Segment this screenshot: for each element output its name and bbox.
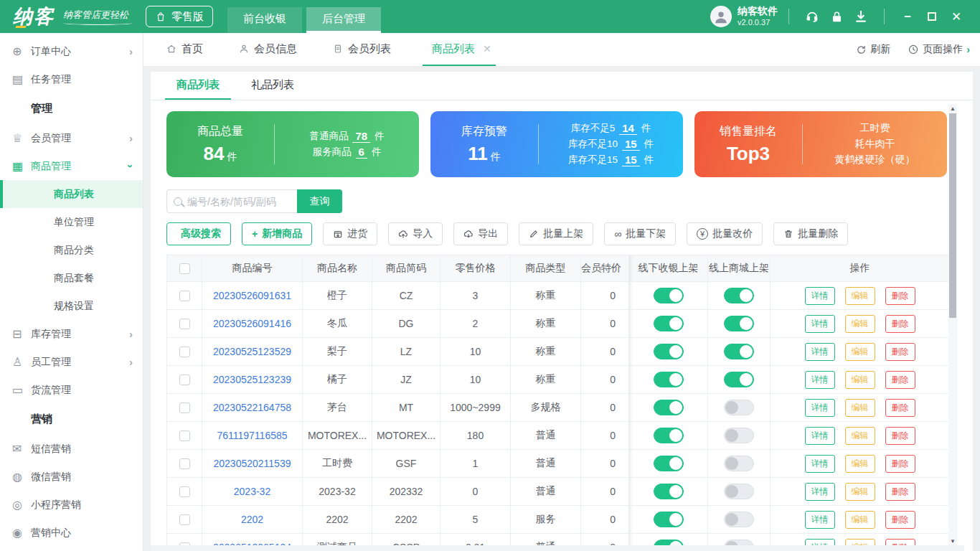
row-checkbox[interactable]	[179, 430, 190, 441]
sidebar-item[interactable]: 数据	[0, 547, 143, 551]
detail-button[interactable]: 详情	[805, 455, 835, 473]
download-icon[interactable]	[849, 9, 873, 24]
toolbar-button[interactable]: 导入	[388, 222, 443, 245]
vertical-scrollbar[interactable]	[948, 104, 957, 545]
sidebar-item[interactable]: ◎ 小程序营销	[0, 491, 143, 519]
mall-listed-toggle[interactable]	[724, 400, 754, 415]
edit-button[interactable]: 编辑	[845, 399, 875, 417]
pos-listed-toggle[interactable]	[654, 316, 684, 331]
product-code-link[interactable]: 2023-32	[202, 478, 303, 505]
sidebar-item[interactable]: ⊟ 库存管理	[0, 320, 143, 348]
row-checkbox[interactable]	[179, 347, 190, 357]
pos-listed-toggle[interactable]	[654, 456, 684, 471]
pos-listed-toggle[interactable]	[654, 344, 684, 359]
mall-listed-toggle[interactable]	[724, 512, 754, 527]
edit-button[interactable]: 编辑	[845, 315, 875, 333]
detail-button[interactable]: 详情	[805, 315, 835, 333]
mall-listed-toggle[interactable]	[724, 316, 754, 331]
page-tab[interactable]: 会员信息	[235, 33, 301, 66]
sidebar-item[interactable]: ⊕ 订单中心	[0, 37, 143, 65]
card-detail-value[interactable]: 6	[356, 146, 367, 159]
page-tab[interactable]: 首页	[162, 33, 207, 66]
lock-icon[interactable]	[824, 10, 849, 24]
sidebar-item[interactable]: 管理	[0, 93, 143, 124]
select-all-checkbox[interactable]	[179, 263, 190, 274]
delete-button[interactable]: 删除	[885, 483, 915, 501]
header-nav-tab[interactable]: 前台收银	[227, 7, 302, 33]
row-checkbox[interactable]	[179, 514, 190, 525]
row-checkbox[interactable]	[179, 319, 190, 329]
mall-listed-toggle[interactable]	[724, 372, 754, 387]
toolbar-button[interactable]: ∞ 批量下架	[604, 222, 676, 245]
card-detail-value[interactable]: 15	[622, 154, 640, 166]
row-checkbox[interactable]	[179, 402, 190, 413]
sidebar-item[interactable]: ▦ 商品管理	[0, 152, 143, 180]
toolbar-button[interactable]: 导出	[453, 222, 508, 245]
search-input[interactable]	[187, 196, 291, 207]
detail-button[interactable]: 详情	[805, 427, 835, 445]
product-code-link[interactable]: 20230526091416	[202, 310, 303, 337]
sidebar-item[interactable]: ✉ 短信营销	[0, 435, 143, 463]
page-tab[interactable]: 会员列表	[329, 33, 395, 66]
sidebar-item[interactable]: 商品列表	[0, 180, 143, 208]
delete-button[interactable]: 删除	[885, 343, 915, 361]
product-code-link[interactable]: 20230525123239	[202, 366, 303, 393]
delete-button[interactable]: 删除	[885, 315, 915, 333]
delete-button[interactable]: 删除	[885, 511, 915, 529]
edit-button[interactable]: 编辑	[845, 483, 875, 501]
list-subtab[interactable]: 商品列表	[165, 72, 231, 100]
customer-service-icon[interactable]	[800, 9, 824, 24]
delete-button[interactable]: 删除	[885, 371, 915, 389]
horizontal-scrollbar[interactable]	[151, 545, 964, 551]
detail-button[interactable]: 详情	[805, 483, 835, 501]
sidebar-item[interactable]: ♙ 员工管理	[0, 348, 143, 376]
detail-button[interactable]: 详情	[805, 371, 835, 389]
row-checkbox[interactable]	[179, 375, 190, 385]
toolbar-button[interactable]: 批量删除	[773, 222, 848, 245]
maximize-button[interactable]	[920, 12, 944, 21]
mall-listed-toggle[interactable]	[724, 288, 754, 303]
avatar[interactable]	[710, 6, 732, 27]
sidebar-item[interactable]: 商品分类	[0, 236, 143, 264]
edit-button[interactable]: 编辑	[845, 287, 875, 305]
card-detail-value[interactable]: 15	[622, 138, 640, 151]
scroll-up-arrow[interactable]	[948, 104, 957, 113]
sidebar-item[interactable]: 规格设置	[0, 292, 143, 320]
close-button[interactable]	[944, 9, 969, 24]
mall-listed-toggle[interactable]	[724, 456, 754, 471]
minimize-button[interactable]	[895, 9, 920, 24]
search-button[interactable]: 查询	[297, 189, 342, 213]
product-code-link[interactable]: 7611197116585	[202, 422, 303, 449]
delete-button[interactable]: 删除	[885, 455, 915, 473]
toolbar-button[interactable]: + 新增商品	[242, 222, 312, 245]
pos-listed-toggle[interactable]	[654, 512, 684, 527]
product-code-link[interactable]: 2202	[202, 506, 303, 533]
sidebar-item[interactable]: ◉ 营销中心	[0, 519, 143, 547]
edit-button[interactable]: 编辑	[845, 455, 875, 473]
detail-button[interactable]: 详情	[805, 511, 835, 529]
delete-button[interactable]: 删除	[885, 427, 915, 445]
pos-listed-toggle[interactable]	[654, 428, 684, 443]
pos-listed-toggle[interactable]	[654, 484, 684, 499]
edit-button[interactable]: 编辑	[845, 371, 875, 389]
product-code-link[interactable]: 20230522164758	[202, 394, 303, 421]
sidebar-item[interactable]: ♕ 会员管理	[0, 124, 143, 152]
pos-listed-toggle[interactable]	[654, 400, 684, 415]
sidebar-item[interactable]: 单位管理	[0, 208, 143, 236]
product-code-link[interactable]: 20230526091631	[202, 282, 303, 309]
edit-button[interactable]: 编辑	[845, 427, 875, 445]
page-operations-button[interactable]: 页面操作	[908, 43, 970, 56]
scrollbar-thumb[interactable]	[949, 113, 956, 318]
product-code-link[interactable]: 20230520211539	[202, 450, 303, 477]
mall-listed-toggle[interactable]	[724, 484, 754, 499]
scroll-down-arrow[interactable]	[948, 537, 957, 545]
mall-listed-toggle[interactable]	[724, 344, 754, 359]
toolbar-button[interactable]: 高级搜索	[166, 222, 231, 245]
detail-button[interactable]: 详情	[805, 343, 835, 361]
product-code-link[interactable]: 20230525123529	[202, 338, 303, 365]
card-detail-value[interactable]: 78	[352, 130, 370, 143]
row-checkbox[interactable]	[179, 486, 190, 497]
toolbar-button[interactable]: 进货	[323, 222, 377, 245]
header-nav-tab[interactable]: 后台管理	[306, 7, 381, 33]
edit-button[interactable]: 编辑	[845, 343, 875, 361]
